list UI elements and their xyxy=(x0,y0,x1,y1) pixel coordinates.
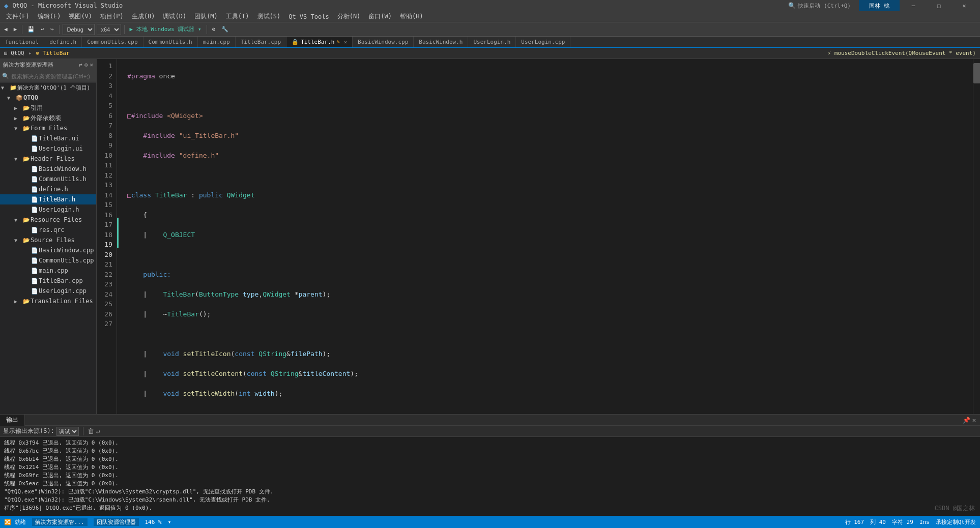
resource-files-label: Resource Files xyxy=(31,216,96,223)
tree-userlogin-cpp[interactable]: 📄 UserLogin.cpp xyxy=(0,286,96,296)
status-zoom[interactable]: 146 % xyxy=(145,519,162,525)
right-scrollbar[interactable] xyxy=(973,59,980,414)
close-button[interactable]: ✕ xyxy=(953,0,976,11)
tree-commonutils-cpp[interactable]: 📄 CommonUtils.cpp xyxy=(0,255,96,266)
sidebar-sync-icon[interactable]: ⇄ xyxy=(79,62,82,68)
tab-close-titlebar-h[interactable]: ✕ xyxy=(344,39,347,45)
menu-edit[interactable]: 编辑(E) xyxy=(34,11,65,22)
tab-functional[interactable]: functional xyxy=(0,37,44,47)
tree-project[interactable]: ▼ 📦 QTQQ xyxy=(0,93,96,103)
tree-userlogin-h[interactable]: 📄 UserLogin.h xyxy=(0,204,96,215)
code-line-13: | ~TitleBar(); xyxy=(127,309,973,319)
tree-source-files[interactable]: ▼ 📂 Source Files xyxy=(0,235,96,245)
scrollbar-thumb[interactable] xyxy=(973,63,980,83)
tree-basicwindow-cpp[interactable]: 📄 BasicWindow.cpp xyxy=(0,245,96,255)
bottom-panel-controls: 📌 ✕ xyxy=(959,417,980,424)
status-zoom-dropdown[interactable]: ▾ xyxy=(168,519,171,525)
tree-titlebar-h[interactable]: 📄 TitleBar.h xyxy=(0,194,96,204)
title-bar-left: ◆ QtQQ - Microsoft Visual Studio xyxy=(4,2,123,10)
menu-team[interactable]: 团队(M) xyxy=(190,11,222,22)
status-team-explorer[interactable]: 团队资源管理器 xyxy=(94,518,139,526)
menu-tools[interactable]: 工具(T) xyxy=(222,11,253,22)
maximize-button[interactable]: □ xyxy=(927,0,950,11)
status-solution-explorer[interactable]: 解决方案资源管... xyxy=(32,518,88,526)
breadcrumb-symbol[interactable]: ⚡ mouseDoubleClickEvent(QMouseEvent * ev… xyxy=(828,50,976,56)
bottom-close-icon[interactable]: ✕ xyxy=(972,417,976,424)
toolbar-save[interactable]: 💾 xyxy=(25,24,37,35)
tree-titlebar-cpp[interactable]: 📄 TitleBar.cpp xyxy=(0,276,96,286)
file-icon-maincpp: 📄 xyxy=(31,268,39,274)
tab-basicwindow-cpp[interactable]: BasicWindow.cpp xyxy=(353,37,414,47)
output-clear-icon[interactable]: 🗑 xyxy=(88,427,94,435)
menu-build[interactable]: 生成(B) xyxy=(128,11,159,22)
tab-define-h[interactable]: define.h xyxy=(44,37,82,47)
tree-external-deps[interactable]: ▶ 📂 外部依赖项 xyxy=(0,113,96,123)
menu-help[interactable]: 帮助(H) xyxy=(396,11,427,22)
tab-commonutils-h[interactable]: CommonUtils.h xyxy=(143,37,198,47)
tree-solution[interactable]: ▼ 📁 解决方案'QtQQ'(1 个项目) xyxy=(0,82,96,93)
code-line-17: | void setTitleWidth(int width); xyxy=(127,389,973,399)
tab-titlebar-cpp[interactable]: TitleBar.cpp xyxy=(236,37,286,47)
platform-dropdown[interactable]: x64 xyxy=(97,24,121,35)
tree-main-cpp[interactable]: 📄 main.cpp xyxy=(0,266,96,276)
tree-titlebar-ui[interactable]: 📄 TitleBar.ui xyxy=(0,133,96,143)
tab-main-cpp[interactable]: main.cpp xyxy=(198,37,236,47)
toolbar-undo[interactable]: ↩ xyxy=(39,24,46,35)
tab-userlogin-h[interactable]: UserLogin.h xyxy=(468,37,516,47)
output-source-select[interactable]: 调试 xyxy=(56,427,79,436)
sidebar-search-input[interactable] xyxy=(11,73,94,79)
tree-res-qrc[interactable]: 📄 res.qrc xyxy=(0,225,96,235)
menu-debug[interactable]: 调试(D) xyxy=(159,11,190,22)
userlogin-ui-label: UserLogin.ui xyxy=(39,145,96,152)
tab-commonutils-cpp[interactable]: CommonUtils.cpp xyxy=(82,37,143,47)
tree-translation-files[interactable]: ▶ 📂 Translation Files xyxy=(0,296,96,306)
chevron-external: ▶ xyxy=(14,115,22,121)
breadcrumb-project[interactable]: ⊞ QtQQ xyxy=(4,50,24,56)
tab-titlebar-h[interactable]: 🔒 TitleBar.h ✎ ✕ xyxy=(286,37,353,47)
run-button[interactable]: ▶ 本地 Windows 调试器 ▾ xyxy=(128,24,204,35)
menu-test[interactable]: 测试(S) xyxy=(253,11,285,22)
tree-commonutils-h[interactable]: 📄 CommonUtils.h xyxy=(0,174,96,184)
toolbar-back[interactable]: ◀ xyxy=(2,24,10,35)
file-icon-bwcpp: 📄 xyxy=(31,247,39,254)
minimize-button[interactable]: ─ xyxy=(902,0,925,11)
config-dropdown[interactable]: Debug xyxy=(63,24,95,35)
menu-project[interactable]: 项目(P) xyxy=(96,11,128,22)
menu-file[interactable]: 文件(F) xyxy=(2,11,34,22)
sidebar-settings-icon[interactable]: ⚙ xyxy=(84,62,88,68)
code-editor[interactable]: #pragma once □#include <QWidget> #includ… xyxy=(119,59,973,414)
tree-header-files[interactable]: ▼ 📂 Header Files xyxy=(0,154,96,164)
code-line-16: | void setTitleContent(const QString&tit… xyxy=(127,369,973,379)
titlebar-ui-label: TitleBar.ui xyxy=(39,135,96,142)
tree-references[interactable]: ▶ 📂 引用 xyxy=(0,103,96,113)
tree-define-h[interactable]: 📄 define.h xyxy=(0,184,96,194)
tree-userlogin-ui[interactable]: 📄 UserLogin.ui xyxy=(0,143,96,154)
tree-resource-files[interactable]: ▼ 📂 Resource Files xyxy=(0,215,96,225)
output-wrap-icon[interactable]: ↵ xyxy=(96,427,100,435)
tab-userlogin-cpp[interactable]: UserLogin.cpp xyxy=(516,37,570,47)
titlebar-cpp-label: TitleBar.cpp xyxy=(39,277,96,284)
window-controls: 🔍 快速启动 (Ctrl+Q) 国林 桃 ─ □ ✕ xyxy=(788,0,976,11)
status-line: 行 167 xyxy=(845,518,864,526)
sidebar-close-icon[interactable]: ✕ xyxy=(90,62,93,68)
toolbar-redo[interactable]: ↪ xyxy=(48,24,56,35)
breadcrumb-file[interactable]: ⊛ TitleBar xyxy=(36,50,69,56)
status-ins[interactable]: Ins xyxy=(919,519,930,525)
tree-basicwindow-h[interactable]: 📄 BasicWindow.h xyxy=(0,164,96,174)
sidebar-search-bar[interactable]: 🔍 xyxy=(0,70,96,82)
tree-form-files[interactable]: ▼ 📂 Form Files xyxy=(0,123,96,133)
toolbar-forward[interactable]: ▶ xyxy=(12,24,19,35)
bottom-pin-icon[interactable]: 📌 xyxy=(963,417,970,424)
menu-analyze[interactable]: 分析(N) xyxy=(333,11,365,22)
tab-basicwindow-h[interactable]: BasicWindow.h xyxy=(414,37,468,47)
menu-qt[interactable]: Qt VS Tools xyxy=(284,11,333,22)
status-git[interactable]: 🔀 就绪 xyxy=(4,518,26,526)
menu-view[interactable]: 视图(V) xyxy=(65,11,96,22)
tab-output[interactable]: 输出 xyxy=(0,415,25,426)
status-encoding[interactable]: 承接定制Qt开发 xyxy=(936,518,976,526)
content-area: 解决方案资源管理器 ⇄ ⚙ ✕ 🔍 ▼ 📁 解决方案'QtQQ'(1 个项目) … xyxy=(0,59,980,414)
toolbar-misc2[interactable]: 🔧 xyxy=(219,24,230,35)
toolbar-misc1[interactable]: ⚙ xyxy=(210,24,218,35)
menu-window[interactable]: 窗口(W) xyxy=(364,11,396,22)
account-btn[interactable]: 国林 桃 xyxy=(859,0,900,11)
